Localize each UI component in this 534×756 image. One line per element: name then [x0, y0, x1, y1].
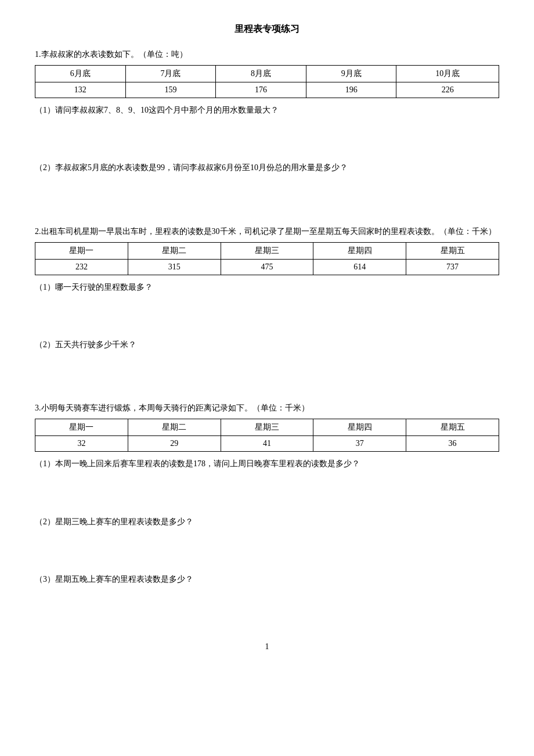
section-2-q2-answer: [35, 355, 499, 390]
table1-value-3: 176: [216, 82, 306, 98]
table2-header-1: 星期一: [35, 242, 128, 259]
section-2-q1-answer: [35, 298, 499, 333]
section-3-q2: （2）星期三晚上赛车的里程表读数是多少？: [35, 514, 499, 529]
section-1-header: 1.李叔叔家的水表读数如下。（单位：吨）: [35, 47, 499, 62]
table2-value-5: 737: [406, 259, 499, 275]
table2-header-2: 星期二: [128, 242, 221, 259]
table1-value-1: 132: [35, 82, 126, 98]
table3-header-1: 星期一: [35, 419, 128, 436]
page-number: 1: [35, 642, 499, 651]
table1-header-5: 10月底: [396, 66, 499, 82]
table2-value-4: 614: [313, 259, 406, 275]
table2-header-3: 星期三: [221, 242, 313, 259]
table1-header-1: 6月底: [35, 66, 126, 82]
section-1-q2: （2）李叔叔家5月底的水表读数是99，请问李叔叔家6月份至10月份总的用水量是多…: [35, 160, 499, 175]
table3-header-3: 星期三: [221, 419, 313, 436]
section-1-q1-answer: [35, 121, 499, 156]
section-3-table: 星期一 星期二 星期三 星期四 星期五 32 29 41 37 36: [35, 419, 499, 452]
section-3-q2-answer: [35, 532, 499, 567]
section-3-q1: （1）本周一晚上回来后赛车里程表的读数是178，请问上周日晚赛车里程表的读数是多…: [35, 456, 499, 471]
table3-value-5: 36: [406, 436, 499, 452]
section-2-header: 2.出租车司机星期一早晨出车时，里程表的读数是30千米，司机记录了星期一至星期五…: [35, 224, 499, 239]
section-3-q1-answer: [35, 475, 499, 510]
section-2-q2: （2）五天共行驶多少千米？: [35, 337, 499, 352]
table2-header-5: 星期五: [406, 242, 499, 259]
table2-value-1: 232: [35, 259, 128, 275]
page-title: 里程表专项练习: [35, 23, 499, 35]
section-1-q2-answer: [35, 179, 499, 214]
table1-value-2: 159: [125, 82, 216, 98]
section-2-table: 星期一 星期二 星期三 星期四 星期五 232 315 475 614 737: [35, 242, 499, 275]
section-3-q3-answer: [35, 590, 499, 625]
section-2-q1: （1）哪一天行驶的里程数最多？: [35, 280, 499, 294]
table3-header-2: 星期二: [128, 419, 221, 436]
table1-header-4: 9月底: [306, 66, 396, 82]
section-1: 1.李叔叔家的水表读数如下。（单位：吨） 6月底 7月底 8月底 9月底 10月…: [35, 47, 499, 214]
table2-value-3: 475: [221, 259, 313, 275]
table3-value-4: 37: [313, 436, 406, 452]
table3-header-5: 星期五: [406, 419, 499, 436]
table2-header-4: 星期四: [313, 242, 406, 259]
section-1-q1: （1）请问李叔叔家7、8、9、10这四个月中那个月的用水数量最大？: [35, 103, 499, 117]
table1-value-5: 226: [396, 82, 499, 98]
table3-header-4: 星期四: [313, 419, 406, 436]
table3-value-3: 41: [221, 436, 313, 452]
section-3: 3.小明每天骑赛车进行锻炼，本周每天骑行的距离记录如下。（单位：千米） 星期一 …: [35, 401, 499, 625]
table1-value-4: 196: [306, 82, 396, 98]
section-3-header: 3.小明每天骑赛车进行锻炼，本周每天骑行的距离记录如下。（单位：千米）: [35, 401, 499, 415]
section-2: 2.出租车司机星期一早晨出车时，里程表的读数是30千米，司机记录了星期一至星期五…: [35, 224, 499, 391]
table3-value-1: 32: [35, 436, 128, 452]
table1-header-3: 8月底: [216, 66, 306, 82]
section-1-table: 6月底 7月底 8月底 9月底 10月底 132 159 176 196 226: [35, 65, 499, 98]
table2-value-2: 315: [128, 259, 221, 275]
table1-header-2: 7月底: [125, 66, 216, 82]
table3-value-2: 29: [128, 436, 221, 452]
section-3-q3: （3）星期五晚上赛车的里程表读数是多少？: [35, 572, 499, 586]
